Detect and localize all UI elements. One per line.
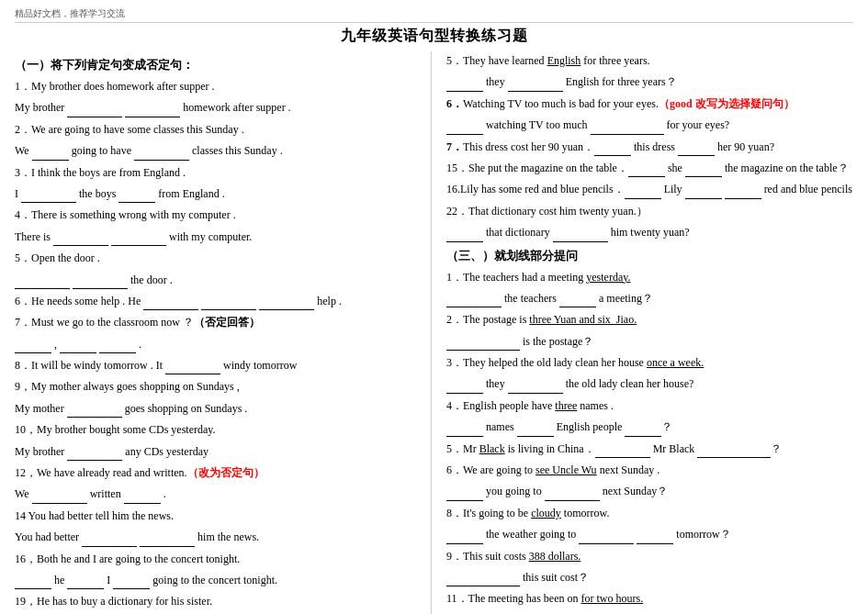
content-area: （一）将下列肯定句变成否定句： 1．My brother does homewo…	[15, 51, 853, 614]
blank	[82, 534, 137, 547]
blank	[113, 576, 150, 589]
blank	[118, 190, 155, 203]
blank	[545, 488, 600, 501]
blank	[15, 576, 51, 589]
s3q6-blank: you going to next Sunday？	[446, 482, 853, 500]
blank	[725, 186, 761, 199]
top-bar-text: 精品好文档，推荐学习交流	[15, 8, 125, 18]
q10-blank: My brother any CDs yesterday	[15, 442, 422, 461]
blank	[15, 276, 70, 289]
blank	[685, 164, 722, 177]
r22-blank: that dictionary him twenty yuan?	[446, 223, 853, 241]
q5-blank: the door .	[15, 271, 422, 289]
blank	[446, 79, 483, 92]
blank	[591, 122, 664, 135]
blank	[259, 297, 314, 310]
q6: 6．He needs some help . He help .	[15, 292, 422, 310]
q5: 5．Open the door .	[15, 249, 422, 267]
s3q2: 2．The postage is three Yuan and six Jiao…	[446, 310, 853, 329]
blank	[446, 488, 483, 501]
r7: 7．This dress cost her 90 yuan． this dres…	[446, 138, 853, 156]
s3q9-blank: this suit cost？	[446, 568, 853, 586]
blank	[446, 338, 520, 351]
blank	[67, 105, 122, 117]
blank	[32, 491, 87, 504]
blank	[517, 424, 554, 437]
blank	[143, 297, 198, 310]
s3q8: 8．It's going to be cloudy tomorrow.	[446, 504, 853, 522]
s3q2-blank: is the postage？	[446, 332, 853, 351]
s3q5: 5．Mr Black is living in China． Mr Black …	[446, 440, 853, 458]
blank	[446, 381, 483, 394]
left-column: （一）将下列肯定句变成否定句： 1．My brother does homewo…	[15, 51, 432, 614]
q2: 2．We are going to have some classes this…	[15, 120, 422, 139]
r22: 22．That dictionary cost him twenty yuan.…	[446, 202, 853, 220]
blank	[625, 424, 661, 437]
r5: 5．They have learned English for three ye…	[446, 51, 853, 70]
blank	[99, 340, 136, 353]
blank	[32, 148, 69, 161]
s3q1-blank: the teachers a meeting？	[446, 289, 853, 307]
q4: 4．There is something wrong with my compu…	[15, 206, 422, 224]
q1-blank: My brother homework after supper .	[15, 98, 422, 117]
q1: 1．My brother does homework after supper …	[15, 77, 422, 95]
s3q8-blank: the weather going to tomorrow？	[446, 525, 853, 543]
blank	[134, 148, 189, 161]
blank	[628, 164, 665, 177]
blank	[446, 122, 483, 135]
blank	[508, 381, 563, 394]
q19: 19，He has to buy a dictionary for his si…	[15, 592, 422, 610]
top-bar: 精品好文档，推荐学习交流	[15, 7, 853, 23]
q14: 14 You had better tell him the news.	[15, 507, 422, 525]
q14-blank: You had better him the news.	[15, 528, 422, 546]
r6: 6．Watching TV too much is bad for your e…	[446, 95, 853, 113]
q7-blank: , .	[15, 335, 422, 353]
blank	[594, 143, 631, 156]
blank	[201, 297, 256, 310]
blank	[508, 79, 563, 92]
blank	[53, 233, 108, 246]
blank	[446, 424, 483, 437]
blank	[165, 362, 220, 374]
q12: 12，We have already read and written.（改为否…	[15, 463, 422, 482]
blank	[579, 531, 634, 544]
blank	[446, 531, 483, 544]
blank	[125, 105, 180, 117]
q7: 7．Must we go to the classroom now ？（否定回答…	[15, 313, 422, 331]
blank	[60, 340, 96, 353]
blank	[559, 295, 596, 307]
blank	[446, 295, 502, 307]
blank	[111, 233, 166, 246]
s3q9: 9．This suit costs 388 dollars.	[446, 547, 853, 565]
blank	[67, 448, 122, 461]
section1-title: （一）将下列肯定句变成否定句：	[15, 57, 422, 73]
blank	[446, 229, 483, 242]
blank	[685, 186, 722, 199]
q3-blank: I the boys from England .	[15, 184, 422, 203]
s3q1: 1．The teachers had a meeting yesterday.	[446, 268, 853, 286]
blank	[595, 445, 650, 458]
s3q4-blank: names English people ？	[446, 418, 853, 436]
blank	[67, 576, 104, 589]
blank	[446, 574, 520, 586]
blank	[678, 143, 715, 156]
r15: 15．She put the magazine on the table． sh…	[446, 159, 853, 177]
r6-blank: watching TV too much for your eyes?	[446, 116, 853, 134]
blank	[73, 276, 128, 289]
s3q6: 6．We are going to see Uncle Wu next Sund…	[446, 461, 853, 479]
s3q4: 4．English people have three names .	[446, 396, 853, 415]
q12-blank: We written .	[15, 485, 422, 503]
q10: 10，My brother bought some CDs yesterday.	[15, 420, 422, 439]
blank	[697, 445, 771, 458]
r5-blank: they English for three years？	[446, 73, 853, 91]
right-column: 5．They have learned English for three ye…	[443, 51, 853, 614]
blank	[15, 340, 51, 353]
blank	[21, 190, 76, 203]
q2-blank: We going to have classes this Sunday .	[15, 141, 422, 160]
section3-title: （三、）就划线部分提问	[446, 248, 853, 264]
q16: 16，Both he and I are going to the concer…	[15, 550, 422, 568]
q16-blank: he I going to the concert tonight.	[15, 571, 422, 589]
q8: 8．It will be windy tomorrow . It windy t…	[15, 356, 422, 374]
q4-blank: There is with my computer.	[15, 228, 422, 246]
q9: 9，My mother always goes shopping on Sund…	[15, 377, 422, 396]
